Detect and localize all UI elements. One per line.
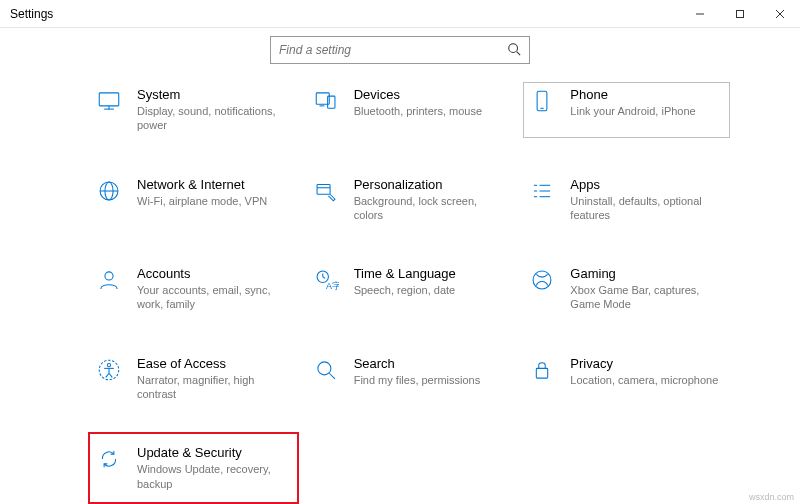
tile-desc: Bluetooth, printers, mouse [354, 104, 504, 118]
tile-title: Personalization [354, 177, 509, 192]
tile-title: Network & Internet [137, 177, 292, 192]
svg-point-32 [107, 363, 110, 366]
svg-point-4 [509, 43, 518, 52]
tile-title: Gaming [570, 266, 725, 281]
window-controls [680, 0, 800, 27]
tile-desc: Wi-Fi, airplane mode, VPN [137, 194, 287, 208]
svg-line-36 [109, 373, 112, 377]
tile-title: Accounts [137, 266, 292, 281]
person-icon [95, 266, 123, 294]
lock-icon [528, 356, 556, 384]
tile-desc: Windows Update, recovery, backup [137, 462, 287, 491]
tile-desc: Link your Android, iPhone [570, 104, 720, 118]
svg-rect-10 [327, 96, 334, 108]
titlebar: Settings [0, 0, 800, 28]
tile-desc: Location, camera, microphone [570, 373, 720, 387]
tile-title: Apps [570, 177, 725, 192]
svg-point-37 [318, 362, 331, 375]
tile-desc: Uninstall, defaults, optional features [570, 194, 720, 223]
globe-icon [95, 177, 123, 205]
tile-desc: Display, sound, notifications, power [137, 104, 287, 133]
search-icon [507, 42, 521, 59]
tile-phone[interactable]: Phone Link your Android, iPhone [523, 82, 730, 138]
svg-line-28 [322, 277, 324, 279]
tile-title: System [137, 87, 292, 102]
tile-title: Update & Security [137, 445, 292, 460]
tile-title: Time & Language [354, 266, 509, 281]
svg-line-5 [517, 51, 521, 55]
xbox-icon [528, 266, 556, 294]
tile-ease-of-access[interactable]: Ease of Access Narrator, magnifier, high… [90, 351, 297, 407]
svg-text:A字: A字 [326, 281, 339, 291]
tile-network[interactable]: Network & Internet Wi-Fi, airplane mode,… [90, 172, 297, 228]
tile-apps[interactable]: Apps Uninstall, defaults, optional featu… [523, 172, 730, 228]
tile-title: Phone [570, 87, 725, 102]
minimize-button[interactable] [680, 0, 720, 27]
tile-title: Ease of Access [137, 356, 292, 371]
system-icon [95, 87, 123, 115]
tile-title: Privacy [570, 356, 725, 371]
svg-rect-6 [99, 93, 119, 106]
tile-search[interactable]: Search Find my files, permissions [307, 351, 514, 407]
close-button[interactable] [760, 0, 800, 27]
svg-point-30 [533, 271, 551, 289]
tile-gaming[interactable]: Gaming Xbox Game Bar, captures, Game Mod… [523, 261, 730, 317]
tile-desc: Xbox Game Bar, captures, Game Mode [570, 283, 720, 312]
tile-title: Devices [354, 87, 509, 102]
maximize-button[interactable] [720, 0, 760, 27]
svg-rect-17 [317, 184, 330, 194]
apps-icon [528, 177, 556, 205]
tile-privacy[interactable]: Privacy Location, camera, microphone [523, 351, 730, 407]
sync-icon [95, 445, 123, 473]
settings-grid: System Display, sound, notifications, po… [0, 72, 800, 502]
tile-time-language[interactable]: A字 Time & Language Speech, region, date [307, 261, 514, 317]
watermark: wsxdn.com [749, 492, 794, 502]
tile-desc: Speech, region, date [354, 283, 504, 297]
tile-devices[interactable]: Devices Bluetooth, printers, mouse [307, 82, 514, 138]
paint-icon [312, 177, 340, 205]
phone-icon [528, 87, 556, 115]
search-input[interactable] [279, 43, 507, 57]
window-title: Settings [10, 7, 53, 21]
tile-desc: Background, lock screen, colors [354, 194, 504, 223]
tile-update-security[interactable]: Update & Security Windows Update, recove… [90, 434, 297, 502]
tile-system[interactable]: System Display, sound, notifications, po… [90, 82, 297, 138]
tile-desc: Find my files, permissions [354, 373, 504, 387]
accessibility-icon [95, 356, 123, 384]
svg-line-38 [329, 373, 335, 379]
devices-icon [312, 87, 340, 115]
svg-line-35 [106, 373, 109, 377]
search-box[interactable] [270, 36, 530, 64]
tile-personalization[interactable]: Personalization Background, lock screen,… [307, 172, 514, 228]
tile-desc: Narrator, magnifier, high contrast [137, 373, 287, 402]
time-language-icon: A字 [312, 266, 340, 294]
tile-title: Search [354, 356, 509, 371]
svg-rect-1 [737, 10, 744, 17]
tile-desc: Your accounts, email, sync, work, family [137, 283, 287, 312]
svg-point-25 [105, 272, 113, 280]
magnifier-icon [312, 356, 340, 384]
search-container [0, 28, 800, 72]
svg-rect-39 [537, 368, 548, 378]
tile-accounts[interactable]: Accounts Your accounts, email, sync, wor… [90, 261, 297, 317]
